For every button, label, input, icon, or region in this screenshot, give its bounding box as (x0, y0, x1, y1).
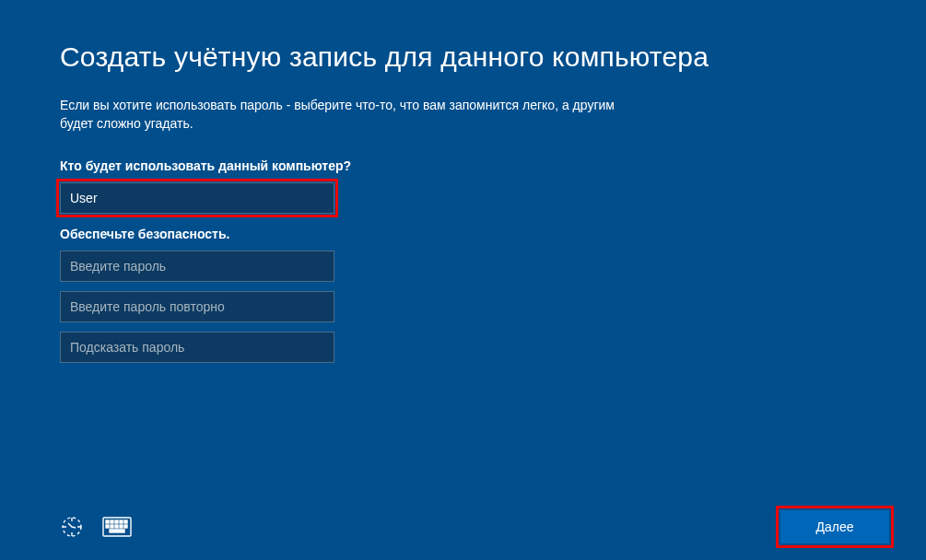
next-button[interactable]: Далее (780, 510, 889, 543)
next-button-highlight: Далее (780, 510, 889, 543)
password-confirm-input[interactable] (60, 291, 334, 322)
accessibility-icon[interactable] (60, 515, 84, 539)
username-input[interactable] (60, 182, 334, 214)
user-section-label: Кто будет использовать данный компьютер? (60, 158, 866, 173)
setup-content: Создать учётную запись для данного компь… (0, 0, 926, 363)
password-hint-input[interactable] (60, 332, 334, 363)
bottom-left-controls (60, 515, 132, 539)
svg-rect-2 (106, 520, 109, 523)
password-input[interactable] (60, 251, 334, 282)
svg-rect-11 (124, 525, 127, 528)
svg-rect-12 (110, 530, 124, 532)
svg-rect-7 (106, 525, 109, 528)
bottom-bar: Далее (0, 510, 926, 543)
security-section: Обеспечьте безопасность. (60, 227, 866, 363)
page-subtitle: Если вы хотите использовать пароль - выб… (60, 97, 650, 133)
svg-rect-9 (115, 525, 118, 528)
security-section-label: Обеспечьте безопасность. (60, 227, 866, 241)
svg-rect-8 (111, 525, 113, 528)
svg-rect-3 (111, 520, 113, 523)
page-title: Создать учётную запись для данного компь… (60, 41, 866, 73)
keyboard-icon[interactable] (102, 517, 132, 537)
svg-rect-6 (124, 520, 127, 523)
svg-rect-4 (115, 520, 118, 523)
svg-rect-5 (120, 520, 123, 523)
svg-rect-10 (120, 525, 123, 528)
user-section: Кто будет использовать данный компьютер? (60, 158, 866, 214)
